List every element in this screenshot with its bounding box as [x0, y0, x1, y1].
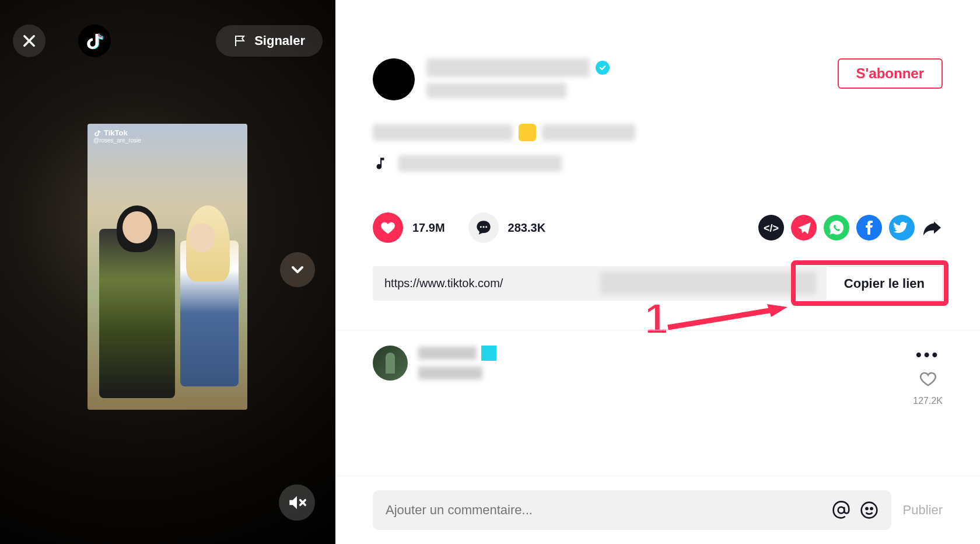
tiktok-icon: [84, 30, 105, 51]
publish-comment-button[interactable]: Publier: [903, 503, 943, 518]
comment-item: ••• 127.2K: [373, 346, 943, 406]
annotation-arrow-icon: [665, 304, 788, 333]
share-whatsapp-button[interactable]: [824, 215, 849, 240]
comment-icon: [475, 219, 492, 236]
author-avatar[interactable]: [373, 58, 415, 100]
mute-button[interactable]: [279, 484, 315, 521]
whatsapp-icon: [824, 215, 849, 240]
svg-point-4: [480, 226, 481, 228]
svg-marker-14: [767, 304, 788, 317]
check-icon: [598, 64, 607, 72]
volume-muted-icon: [287, 493, 307, 512]
mention-icon[interactable]: [832, 501, 850, 519]
comment-like-count: 127.2K: [913, 396, 943, 406]
telegram-icon: [791, 215, 817, 240]
details-panel: S'abonner 17.9M 283.3K </>: [335, 0, 980, 544]
close-button[interactable]: [13, 25, 46, 57]
comment-like-button[interactable]: [919, 370, 937, 390]
follow-button[interactable]: S'abonner: [838, 58, 943, 89]
chevron-down-icon: [288, 260, 307, 279]
report-label: Signaler: [254, 33, 305, 48]
svg-text:</>: </>: [764, 222, 779, 234]
svg-point-5: [482, 226, 484, 228]
commenter-badge: [481, 346, 496, 361]
close-icon: [21, 33, 37, 49]
share-facebook-button[interactable]: [856, 215, 882, 240]
comment-text: [418, 367, 482, 379]
verified-badge: [596, 61, 610, 75]
tiktok-logo[interactable]: [78, 25, 111, 57]
emoji-picker-icon[interactable]: [860, 501, 878, 519]
video-caption: [335, 124, 980, 141]
commenter-username[interactable]: [418, 347, 477, 360]
like-count: 17.9M: [412, 221, 445, 235]
facebook-icon: [856, 215, 882, 240]
share-embed-button[interactable]: </>: [758, 215, 784, 240]
share-twitter-button[interactable]: [889, 215, 915, 240]
comment-more-button[interactable]: •••: [916, 346, 940, 364]
heart-outline-icon: [919, 370, 937, 388]
author-username[interactable]: [426, 58, 590, 77]
comment-count: 283.3K: [508, 221, 546, 235]
svg-point-16: [861, 503, 877, 518]
music-note-icon: [373, 156, 388, 171]
commenter-avatar[interactable]: [373, 346, 408, 381]
comment-input[interactable]: [386, 503, 822, 518]
share-more-button[interactable]: [922, 217, 943, 238]
svg-line-13: [668, 310, 773, 327]
video-watermark: TikTok @roses_are_rosie: [93, 128, 141, 144]
like-button[interactable]: [373, 212, 403, 243]
copy-link-button[interactable]: Copier le lien: [827, 266, 943, 301]
next-video-button[interactable]: [280, 252, 315, 287]
video-thumbnail[interactable]: TikTok @roses_are_rosie: [88, 124, 247, 410]
svg-point-15: [838, 507, 844, 514]
share-telegram-button[interactable]: [791, 215, 817, 240]
report-button[interactable]: Signaler: [216, 25, 323, 57]
flag-icon: [233, 34, 247, 48]
tiktok-icon: [93, 129, 102, 137]
link-blurred-portion: [600, 272, 816, 294]
video-panel: Signaler TikTok @roses_are_rosie: [0, 0, 335, 544]
music-info[interactable]: [335, 155, 980, 172]
svg-point-17: [866, 508, 867, 510]
heart-icon: [380, 219, 396, 236]
svg-point-18: [870, 508, 872, 510]
emoji-icon: [519, 124, 536, 141]
embed-icon: </>: [758, 215, 784, 240]
author-displayname: [426, 83, 566, 98]
twitter-icon: [889, 215, 915, 240]
comment-input-bar: Publier: [335, 476, 980, 544]
svg-point-6: [485, 226, 487, 228]
comment-button[interactable]: [468, 212, 499, 243]
